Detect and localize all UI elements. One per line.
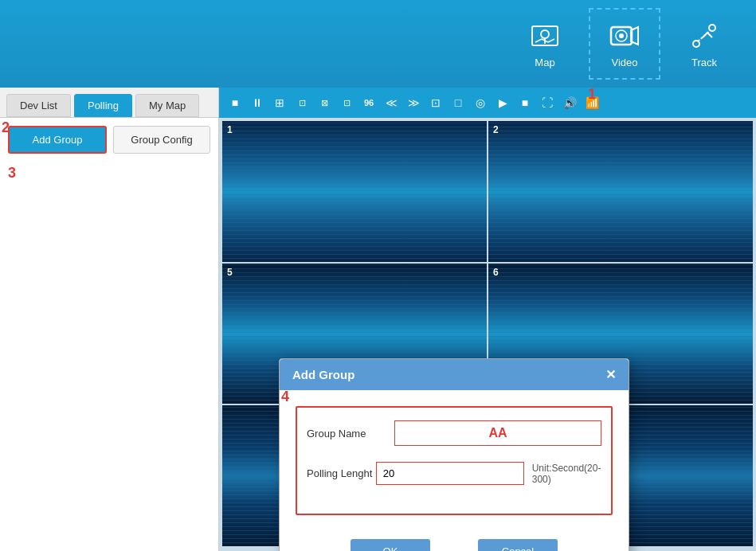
dialog-cancel-button[interactable]: Cancel <box>478 539 558 551</box>
toolbar-cam[interactable]: ◎ <box>471 93 490 112</box>
toolbar-grid4[interactable]: ⊞ <box>270 93 289 112</box>
nav-item-video[interactable]: Video <box>589 8 660 80</box>
content-area: ■ ⏸ ⊞ ⊡ ⊠ ⊡ 96 ≪ ≫ ⊡ □ ◎ ▶ ■ ⛶ 🔊 📶 <box>219 88 756 551</box>
group-config-button[interactable]: Group Config <box>113 126 210 154</box>
video-label: Video <box>611 57 637 68</box>
toolbar-fit[interactable]: ⊡ <box>426 93 445 112</box>
cell-label-10: 10 <box>493 408 503 420</box>
group-name-input[interactable] <box>394 420 601 446</box>
dialog-footer: OK Cancel <box>280 531 629 551</box>
main-area: Dev List Polling My Map 2 Add Group Grou… <box>0 88 756 551</box>
toolbar-rect[interactable]: □ <box>449 93 468 112</box>
annotation-1: 1 <box>588 86 596 103</box>
track-icon <box>688 20 720 52</box>
nav-item-map[interactable]: Map <box>509 8 581 80</box>
group-name-label: Group Name <box>307 428 394 440</box>
nav-item-track[interactable]: Track <box>668 8 740 80</box>
polling-length-label: Polling Lenght <box>307 467 376 479</box>
polling-length-field: Polling Lenght Unit:Second(20-300) <box>307 462 601 485</box>
cell-label-1: 1 <box>227 124 233 135</box>
toolbar-grid8[interactable]: ⊠ <box>315 93 334 112</box>
cell-label-2: 2 <box>493 124 499 135</box>
sidebar-buttons: Add Group Group Config <box>0 118 218 162</box>
dialog-ok-button[interactable]: OK <box>351 539 430 551</box>
annotation-3: 3 <box>8 165 16 181</box>
map-icon <box>529 20 561 52</box>
toolbar-stop2[interactable]: ■ <box>515 93 535 112</box>
video-icon <box>609 20 640 52</box>
toolbar: ■ ⏸ ⊞ ⊡ ⊠ ⊡ 96 ≪ ≫ ⊡ □ ◎ ▶ ■ ⛶ 🔊 📶 <box>219 88 756 118</box>
video-cell-2[interactable]: 2 <box>488 121 753 262</box>
tab-dev-list[interactable]: Dev List <box>6 94 71 117</box>
toolbar-next[interactable]: ≫ <box>404 93 423 112</box>
tab-polling[interactable]: Polling <box>74 94 132 117</box>
toolbar-pause[interactable]: ⏸ <box>248 93 267 112</box>
toolbar-num[interactable]: 96 <box>359 93 378 112</box>
svg-point-3 <box>619 33 624 38</box>
add-group-dialog: Add Group ✕ 4 Group Name Polling Lenght <box>279 358 629 551</box>
toolbar-prev[interactable]: ≪ <box>382 93 401 112</box>
cell-label-5: 5 <box>227 267 233 278</box>
toolbar-grid6[interactable]: ⊡ <box>292 93 311 112</box>
polling-length-unit: Unit:Second(20-300) <box>532 463 601 485</box>
dialog-body: 4 Group Name Polling Lenght Unit:Second(… <box>280 390 629 531</box>
svg-point-1 <box>541 30 549 38</box>
annotation-4: 4 <box>281 389 289 405</box>
track-label: Track <box>691 57 717 68</box>
sidebar: Dev List Polling My Map 2 Add Group Grou… <box>0 88 219 551</box>
top-bar: Map Video Track <box>0 0 756 88</box>
dialog-title: Add Group <box>292 368 354 381</box>
dialog-close-button[interactable]: ✕ <box>605 367 616 382</box>
polling-length-input[interactable] <box>376 462 524 485</box>
group-name-field: Group Name <box>307 420 601 446</box>
toolbar-stop[interactable]: ■ <box>225 93 245 112</box>
dialog-header: Add Group ✕ <box>280 359 629 390</box>
tab-my-map[interactable]: My Map <box>135 94 199 117</box>
page-wrapper: Map Video Track 1 <box>0 0 756 551</box>
toolbar-volume[interactable]: 🔊 <box>560 93 579 112</box>
toolbar-fullscreen[interactable]: ⛶ <box>538 93 557 112</box>
tab-bar: Dev List Polling My Map <box>0 88 218 118</box>
map-label: Map <box>535 57 554 68</box>
cell-label-6: 6 <box>493 267 499 278</box>
annotation-2: 2 <box>2 119 10 136</box>
toolbar-play[interactable]: ▶ <box>493 93 512 112</box>
toolbar-grid9[interactable]: ⊡ <box>337 93 356 112</box>
add-group-button[interactable]: Add Group <box>8 126 107 154</box>
video-cell-1[interactable]: 1 <box>222 121 487 262</box>
